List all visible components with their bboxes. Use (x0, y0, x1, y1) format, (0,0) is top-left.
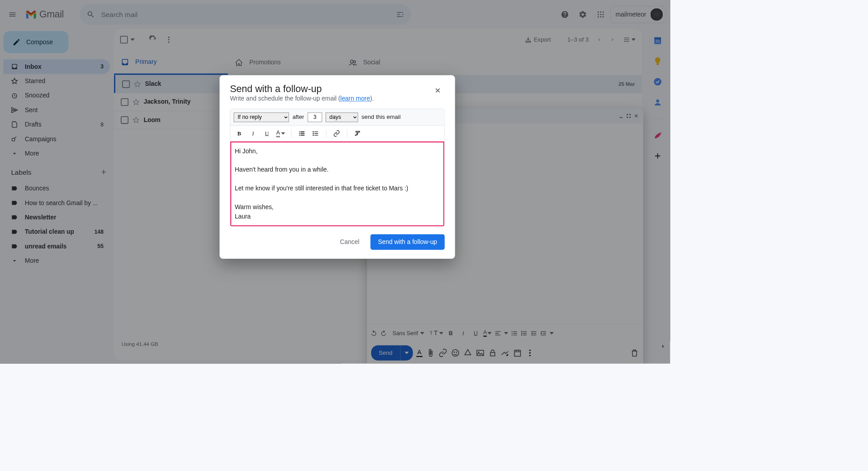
followup-modal: Send with a follow-up Write and schedule… (220, 75, 455, 259)
schedule-box: If no reply after days send this email B… (230, 109, 445, 227)
send-email-label: send this email (361, 114, 401, 120)
after-label: after (292, 114, 304, 120)
underline-icon[interactable]: U (261, 127, 273, 139)
modal-subtitle: Write and schedule the follow-up email (… (230, 95, 374, 102)
ordered-list-icon[interactable] (296, 127, 308, 139)
delay-input[interactable] (308, 112, 322, 122)
editor-format-toolbar: B I U A (230, 126, 445, 142)
send-followup-button[interactable]: Send with a follow-up (370, 234, 445, 250)
svg-point-35 (313, 131, 314, 132)
text-color-icon[interactable]: A (275, 127, 287, 139)
modal-title: Send with a follow-up (230, 84, 374, 95)
bold-icon[interactable]: B (233, 127, 246, 139)
cancel-button[interactable]: Cancel (334, 234, 365, 250)
unit-select[interactable]: days (326, 112, 358, 122)
bulleted-list-icon[interactable] (309, 127, 322, 139)
condition-select[interactable]: If no reply (234, 112, 289, 122)
svg-point-37 (313, 135, 314, 136)
learn-more-link[interactable]: learn more (340, 95, 370, 102)
italic-icon[interactable]: I (247, 127, 259, 139)
clear-format-icon[interactable] (351, 127, 364, 139)
modal-close-icon[interactable] (431, 84, 445, 97)
link-icon[interactable] (330, 127, 343, 139)
followup-editor[interactable]: Hi John, Haven't heard from you in a whi… (230, 142, 445, 227)
svg-point-36 (313, 133, 314, 134)
